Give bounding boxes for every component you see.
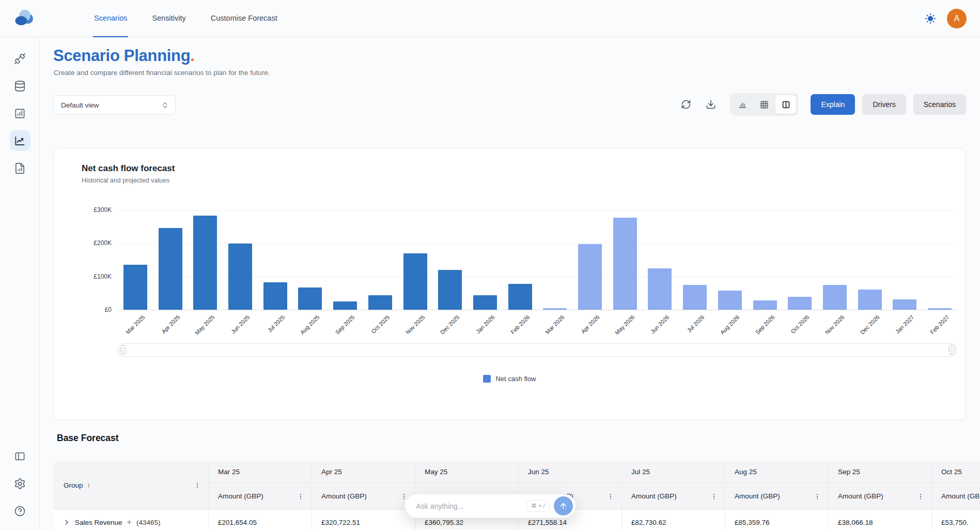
month-header: Mar 25: [209, 461, 312, 482]
tab-sensitivity[interactable]: Sensitivity: [151, 0, 186, 37]
sidebar-collapse-button[interactable]: [10, 446, 30, 466]
download-button[interactable]: [702, 96, 720, 113]
row-expand-chevron-icon[interactable]: [63, 519, 70, 526]
bar-aug-2026[interactable]: [718, 291, 742, 310]
ask-anything-input[interactable]: [416, 502, 526, 510]
bar-sep-2025[interactable]: [333, 301, 357, 310]
view-select-dropdown[interactable]: Default view: [53, 95, 176, 115]
x-tick-label: Dec 2025: [439, 314, 461, 336]
month-column-apr-25: Apr 25Amount (GBP)£320,722.51: [312, 461, 415, 530]
x-tick-label: Feb 2027: [929, 314, 950, 335]
group-kebab-menu-icon[interactable]: [194, 482, 201, 489]
sidebar-item-data[interactable]: [10, 75, 30, 96]
bar-apr-2026[interactable]: [578, 244, 602, 310]
bar-apr-2025[interactable]: [159, 228, 182, 310]
table-row-group-cell: Sales Revenue + (43465): [53, 510, 208, 530]
bar-oct-2026[interactable]: [788, 297, 812, 310]
column-kebab-menu-icon[interactable]: [710, 493, 718, 500]
row-name[interactable]: Sales Revenue: [75, 519, 122, 526]
amount-header-label: Amount (GBP): [941, 492, 980, 500]
column-kebab-menu-icon[interactable]: [814, 493, 821, 500]
view-mode-split-button[interactable]: [775, 95, 796, 114]
drivers-button[interactable]: Drivers: [862, 94, 906, 115]
refresh-icon: [681, 99, 691, 110]
month-column-sep-25: Sep 25Amount (GBP)£38,066.18: [828, 461, 931, 530]
sidebar-item-scenario-planning[interactable]: [10, 130, 30, 151]
amount-header: Amount (GBP): [829, 482, 931, 510]
bar-sep-2026[interactable]: [753, 300, 777, 310]
ask-submit-button[interactable]: [554, 496, 573, 516]
column-kebab-menu-icon[interactable]: [917, 493, 924, 500]
sort-asc-icon[interactable]: ↑: [87, 481, 91, 489]
bar-jul-2025[interactable]: [263, 282, 287, 310]
bar-jun-2025[interactable]: [228, 244, 252, 310]
month-header: Aug 25: [725, 461, 828, 482]
tab-scenarios[interactable]: Scenarios: [93, 0, 128, 37]
sidebar-item-integrations[interactable]: [10, 48, 30, 69]
bar-feb-2027[interactable]: [928, 308, 952, 310]
sidebar-item-dashboards[interactable]: [10, 103, 30, 124]
x-tick-label: Aug 2025: [299, 314, 321, 336]
row-count-badge: (43465): [136, 519, 161, 526]
scenarios-button[interactable]: Scenarios: [913, 94, 966, 115]
bar-jan-2027[interactable]: [893, 299, 916, 310]
row-add-button[interactable]: +: [127, 518, 132, 527]
bar-dec-2026[interactable]: [858, 290, 882, 310]
bar-mar-2025[interactable]: [123, 265, 147, 310]
bar-oct-2025[interactable]: [368, 295, 392, 310]
range-handle-left[interactable]: [120, 345, 127, 355]
gridline-£0: [118, 310, 957, 310]
bar-dec-2025[interactable]: [438, 270, 462, 310]
amount-header: Amount (GBP): [725, 482, 828, 510]
bar-jun-2026[interactable]: [648, 268, 672, 310]
table-cell-value[interactable]: £320,722.51: [312, 510, 415, 530]
bar-jul-2026[interactable]: [683, 285, 707, 310]
legend-swatch: [483, 375, 491, 383]
x-tick-label: Jan 2026: [475, 314, 495, 335]
primary-tabs: Scenarios Sensitivity Customise Forecast: [93, 0, 278, 37]
table-cell-value[interactable]: £201,654.05: [209, 510, 312, 530]
month-header: Sep 25: [829, 461, 931, 482]
group-header-cell[interactable]: Group ↑: [53, 461, 208, 510]
bar-may-2025[interactable]: [193, 216, 217, 310]
month-column-oct-25: Oct 25Amount (GBP)£53,750.: [931, 461, 980, 530]
bar-jan-2026[interactable]: [473, 295, 497, 310]
refresh-button[interactable]: [677, 96, 695, 113]
ask-anything-bar: ⌘ + /: [405, 494, 576, 518]
x-tick-label: Jan 2027: [894, 314, 915, 335]
sidebar-settings-button[interactable]: [10, 473, 30, 494]
sidebar-item-reports[interactable]: [10, 158, 30, 178]
table-cell-value[interactable]: £85,359.76: [725, 510, 828, 530]
explain-button[interactable]: Explain: [811, 94, 855, 115]
range-handle-right[interactable]: [948, 345, 955, 355]
bar-chart-icon: [738, 100, 748, 110]
chart-range-scrollbar[interactable]: [118, 343, 957, 357]
amount-header-label: Amount (GBP): [321, 492, 367, 500]
sidebar-help-button[interactable]: [10, 501, 30, 521]
app-logo-icon[interactable]: [13, 9, 35, 28]
bar-may-2026[interactable]: [613, 218, 637, 310]
bar-nov-2026[interactable]: [823, 285, 847, 310]
gridline-£300K: [118, 210, 957, 210]
table-cell-value[interactable]: £82,730.62: [622, 510, 725, 530]
bar-aug-2025[interactable]: [298, 287, 322, 310]
database-icon: [14, 80, 26, 92]
bar-nov-2025[interactable]: [403, 253, 427, 310]
x-tick-label: Jun 2025: [230, 314, 251, 335]
column-kebab-menu-icon[interactable]: [297, 493, 304, 500]
table-cell-value[interactable]: £53,750.: [932, 510, 980, 530]
view-mode-chart-button[interactable]: [732, 95, 753, 114]
tab-customise-forecast[interactable]: Customise Forecast: [210, 0, 278, 37]
table-cell-value[interactable]: £38,066.18: [829, 510, 931, 530]
column-kebab-menu-icon[interactable]: [607, 493, 614, 500]
x-tick-label: Jun 2026: [649, 314, 670, 335]
bar-feb-2026[interactable]: [508, 284, 532, 310]
bar-mar-2026[interactable]: [543, 308, 567, 310]
view-mode-table-button[interactable]: [754, 95, 774, 114]
panel-left-icon: [14, 450, 26, 462]
user-avatar[interactable]: A: [947, 9, 967, 28]
x-tick-label: Oct 2026: [790, 314, 811, 335]
x-tick-label: May 2026: [614, 314, 636, 336]
theme-toggle-sun-icon[interactable]: [924, 12, 937, 25]
left-sidebar: [0, 37, 40, 530]
